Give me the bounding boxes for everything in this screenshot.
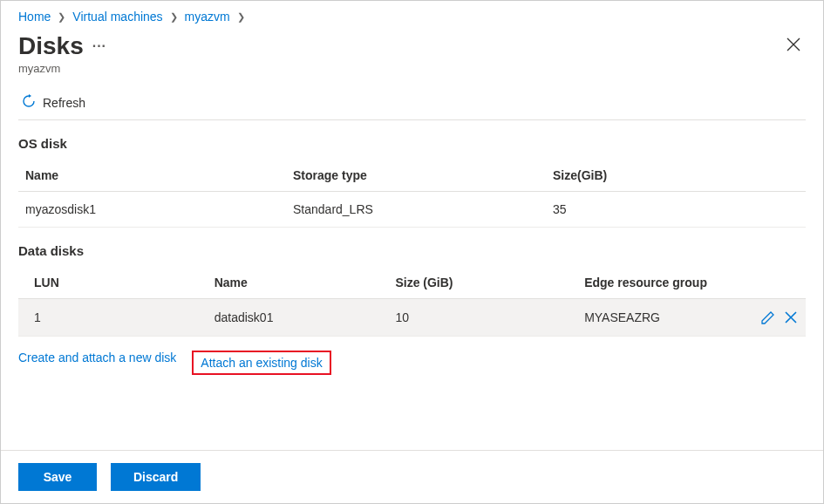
refresh-icon[interactable] (22, 94, 36, 111)
os-disk-name: myazosdisk1 (18, 192, 286, 228)
delete-icon[interactable] (783, 310, 799, 325)
breadcrumb-virtual-machines[interactable]: Virtual machines (72, 10, 162, 24)
col-size: Size(GiB) (546, 160, 806, 192)
edit-icon[interactable] (760, 310, 776, 325)
toolbar: Refresh (18, 89, 806, 120)
col-size: Size (GiB) (388, 267, 577, 299)
page-subtitle: myazvm (18, 62, 106, 75)
data-disks-section-title: Data disks (18, 243, 806, 258)
disk-lun: 1 (18, 299, 208, 337)
chevron-right-icon: ❯ (237, 11, 245, 23)
disk-actions: Create and attach a new disk Attach an e… (18, 351, 806, 375)
discard-button[interactable]: Discard (111, 463, 201, 491)
disk-size: 10 (388, 299, 577, 337)
save-button[interactable]: Save (18, 463, 97, 491)
close-icon[interactable] (781, 32, 806, 61)
os-disk-table: Name Storage type Size(GiB) myazosdisk1 … (18, 160, 806, 228)
os-disk-size: 35 (546, 192, 806, 228)
breadcrumb-vm-name[interactable]: myazvm (185, 10, 230, 24)
col-lun: LUN (18, 267, 208, 299)
more-icon[interactable]: ··· (92, 38, 106, 53)
breadcrumb-home[interactable]: Home (18, 10, 51, 24)
breadcrumb: Home ❯ Virtual machines ❯ myazvm ❯ (18, 10, 806, 24)
col-name: Name (18, 160, 286, 192)
attach-existing-disk-link[interactable]: Attach an existing disk (192, 351, 330, 375)
chevron-right-icon: ❯ (58, 11, 65, 23)
page-title: Disks··· (18, 32, 106, 60)
col-storage-type: Storage type (286, 160, 546, 192)
refresh-button[interactable]: Refresh (43, 96, 85, 110)
col-name: Name (208, 267, 389, 299)
os-disk-storage-type: Standard_LRS (286, 192, 546, 228)
col-edge-resource-group: Edge resource group (577, 267, 751, 299)
disk-edge-resource-group: MYASEAZRG (577, 299, 751, 337)
table-row: 1 datadisk01 10 MYASEAZRG (18, 299, 806, 337)
chevron-right-icon: ❯ (170, 11, 178, 23)
table-row: myazosdisk1 Standard_LRS 35 (18, 192, 806, 228)
os-disk-section-title: OS disk (18, 136, 806, 151)
footer-bar: Save Discard (1, 450, 823, 503)
data-disks-table: LUN Name Size (GiB) Edge resource group … (18, 267, 806, 337)
create-attach-new-disk-link[interactable]: Create and attach a new disk (18, 351, 176, 375)
disk-name: datadisk01 (208, 299, 389, 337)
